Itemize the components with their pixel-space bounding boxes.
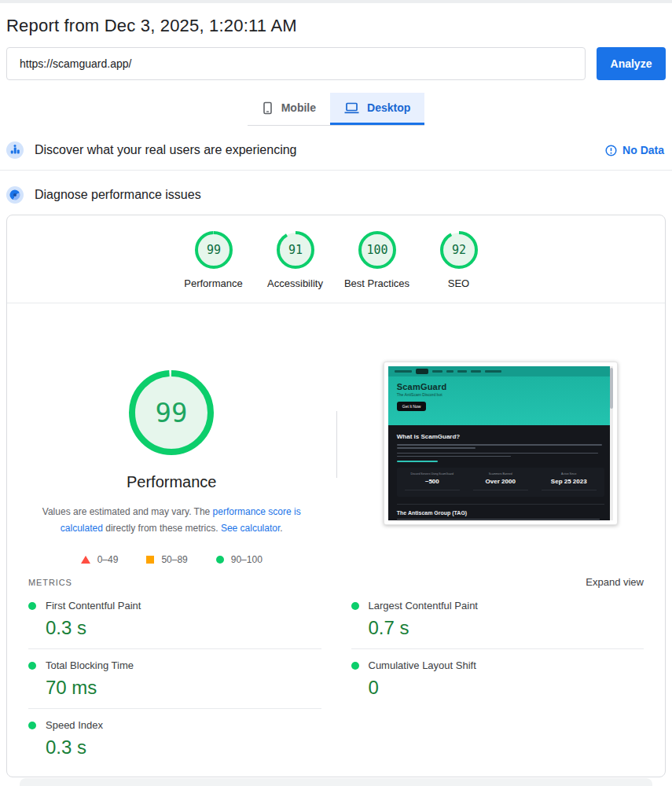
score-label: Performance xyxy=(184,277,242,289)
score-seo[interactable]: 92 SEO xyxy=(418,230,500,289)
no-data-label: No Data xyxy=(622,144,664,156)
thumbnail-heading: The Antiscam Group (TAG) xyxy=(397,510,604,516)
metric-speed-index: Speed Index 0.3 s xyxy=(28,708,321,768)
performance-summary: 99 Performance Values are estimated and … xyxy=(7,303,665,565)
stat-label: Discord Servers Using ScamGuard xyxy=(405,472,460,476)
stat-label: Scammers Banned xyxy=(473,472,528,476)
svg-text:99: 99 xyxy=(206,243,220,257)
performance-gauge-block: 99 Performance Values are estimated and … xyxy=(7,303,336,565)
metrics-grid: First Contentful Paint 0.3 s Total Block… xyxy=(7,588,665,768)
score-label: Accessibility xyxy=(267,277,323,289)
metrics-caption: METRICS xyxy=(28,578,72,587)
tab-desktop-label: Desktop xyxy=(367,101,410,114)
pass-circle-icon xyxy=(216,556,224,564)
tab-mobile-label: Mobile xyxy=(281,101,316,114)
metric-name: Cumulative Layout Shift xyxy=(369,659,476,671)
no-data-link[interactable]: No Data xyxy=(605,144,664,156)
thumbnail-stats: Discord Servers Using ScamGuard~500 Scam… xyxy=(397,468,604,497)
final-screenshot-block: ScamGuard The AntiScam Discord bot Get I… xyxy=(336,303,666,565)
lab-section-title: Diagnose performance issues xyxy=(35,188,201,202)
expand-view-button[interactable]: Expand view xyxy=(586,576,644,588)
desktop-laptop-icon xyxy=(344,102,359,114)
metric-cls: Cumulative Layout Shift 0 xyxy=(351,648,644,708)
svg-text:91: 91 xyxy=(288,243,302,257)
metrics-left-column: First Contentful Paint 0.3 s Total Block… xyxy=(28,590,321,768)
stat-value: Over 2000 xyxy=(473,478,528,485)
svg-text:100: 100 xyxy=(366,243,387,257)
pass-dot-icon xyxy=(28,722,36,729)
category-scores-row: 99 Performance 91 Accessibility 100 Best… xyxy=(7,215,665,289)
thumbnail-hero: ScamGuard The AntiScam Discord bot Get I… xyxy=(388,376,613,425)
page-top-strip xyxy=(0,0,672,3)
metric-value: 0 xyxy=(369,677,644,699)
pass-dot-icon xyxy=(28,662,36,670)
stat-value: ~500 xyxy=(405,478,460,485)
metric-name: First Contentful Paint xyxy=(46,600,141,612)
url-bar: Analyze xyxy=(6,47,666,80)
metric-value: 0.3 s xyxy=(46,736,321,758)
performance-gauge-label: Performance xyxy=(127,473,217,491)
real-users-icon xyxy=(6,141,24,159)
lab-section-header: Diagnose performance issues xyxy=(6,186,666,204)
disclaimer-text: Values are estimated and may vary. The xyxy=(42,506,213,517)
stat-value: Sep 25 2023 xyxy=(542,478,597,485)
tab-mobile[interactable]: Mobile xyxy=(248,93,330,125)
metric-value: 70 ms xyxy=(46,677,321,699)
lighthouse-report-card: 99 Performance 91 Accessibility 100 Best… xyxy=(6,215,666,777)
metric-tbt: Total Blocking Time 70 ms xyxy=(28,648,321,708)
legend-range: 0–49 xyxy=(97,554,119,565)
section-divider xyxy=(0,170,672,171)
thumbnail-site-title: ScamGuard xyxy=(397,382,604,391)
diagnose-gauge-icon xyxy=(6,186,24,204)
stat-label: Active Since xyxy=(542,472,597,476)
info-icon xyxy=(605,145,617,156)
analyze-button[interactable]: Analyze xyxy=(597,47,666,80)
thumbnail-cta-button: Get It Now xyxy=(397,402,427,411)
mobile-phone-icon xyxy=(262,101,274,115)
legend-range: 90–100 xyxy=(231,554,263,565)
metrics-right-column: Largest Contentful Paint 0.7 s Cumulativ… xyxy=(351,590,644,768)
vertical-divider xyxy=(336,411,337,478)
metric-value: 0.7 s xyxy=(369,617,644,639)
metric-name: Total Blocking Time xyxy=(46,659,134,671)
disclaimer-text: . xyxy=(280,523,282,534)
thumbnail-body: What is ScamGuard? Discord Servers Using… xyxy=(388,425,613,520)
fail-triangle-icon xyxy=(81,556,90,564)
disclaimer-text: directly from these metrics. xyxy=(103,523,221,534)
pass-dot-icon xyxy=(28,602,36,610)
metrics-header: METRICS Expand view xyxy=(7,565,665,588)
metric-value: 0.3 s xyxy=(46,617,321,639)
score-performance[interactable]: 99 Performance xyxy=(173,230,255,289)
performance-gauge: 99 xyxy=(128,369,215,456)
crux-section-header: Discover what your real users are experi… xyxy=(6,141,666,159)
device-tabs: Mobile Desktop xyxy=(0,93,672,126)
page-title: Report from Dec 3, 2025, 1:20:11 AM xyxy=(6,16,666,36)
score-label: Best Practices xyxy=(344,277,409,289)
page-screenshot-thumbnail: ScamGuard The AntiScam Discord bot Get I… xyxy=(384,362,618,525)
legend-range: 50–89 xyxy=(161,554,187,565)
crux-section-title: Discover what your real users are experi… xyxy=(35,143,296,157)
svg-text:99: 99 xyxy=(156,397,188,428)
score-legend: 0–49 50–89 90–100 xyxy=(81,554,263,565)
see-calculator-link[interactable]: See calculator xyxy=(221,523,280,534)
pass-dot-icon xyxy=(351,602,359,610)
thumbnail-scrollbar-thumb xyxy=(610,368,613,409)
average-square-icon xyxy=(146,556,154,564)
pass-dot-icon xyxy=(351,662,359,670)
score-best-practices[interactable]: 100 Best Practices xyxy=(336,230,418,289)
metric-name: Speed Index xyxy=(46,719,103,731)
svg-text:92: 92 xyxy=(451,243,465,257)
thumbnail-site-subtitle: The AntiScam Discord bot xyxy=(397,392,604,397)
score-accessibility[interactable]: 91 Accessibility xyxy=(255,230,336,289)
thumbnail-navbar xyxy=(388,366,613,376)
metric-name: Largest Contentful Paint xyxy=(369,600,478,612)
score-disclaimer: Values are estimated and may vary. The p… xyxy=(25,504,318,537)
thumbnail-heading: What is ScamGuard? xyxy=(397,433,604,440)
metric-fcp: First Contentful Paint 0.3 s xyxy=(28,590,321,648)
run-info-bar: Captured at Dec 3, 2025, 1:20 AM PST Ini… xyxy=(20,778,652,786)
score-label: SEO xyxy=(448,277,469,289)
url-input[interactable] xyxy=(6,47,586,80)
metric-lcp: Largest Contentful Paint 0.7 s xyxy=(351,590,644,648)
tab-desktop[interactable]: Desktop xyxy=(330,93,424,125)
